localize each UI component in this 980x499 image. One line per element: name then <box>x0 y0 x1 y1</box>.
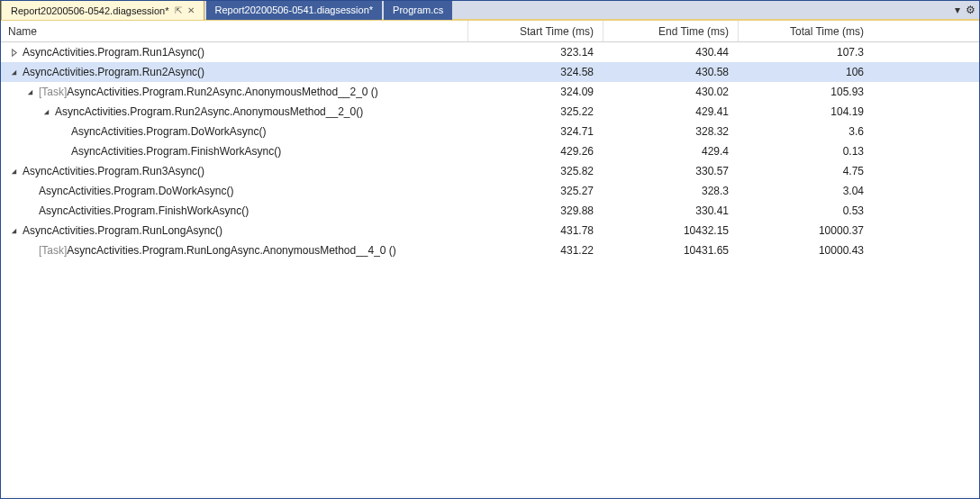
name-cell: AsyncActivities.Program.DoWorkAsync() <box>1 185 467 197</box>
header-start[interactable]: Start Time (ms) <box>467 21 603 41</box>
expander-none <box>24 186 35 196</box>
name-cell: [Task] AsyncActivities.Program.RunLongAs… <box>1 244 467 257</box>
name-cell: AsyncActivities.Program.FinishWorkAsync(… <box>1 204 467 217</box>
cell-end: 328.32 <box>603 125 738 138</box>
cell-start: 323.14 <box>467 46 603 59</box>
cell-start: 325.27 <box>467 185 603 197</box>
cell-total: 3.04 <box>738 185 873 197</box>
close-icon[interactable]: ✕ <box>187 5 195 15</box>
table-row[interactable]: AsyncActivities.Program.Run1Async()323.1… <box>1 42 979 62</box>
expander-open-icon[interactable] <box>8 225 19 236</box>
cell-start: 325.22 <box>467 105 603 118</box>
tab-active[interactable]: Report20200506-0542.diagsession* ⇱ ✕ <box>1 0 204 20</box>
cell-start: 431.22 <box>467 244 603 257</box>
cell-end: 330.41 <box>603 204 738 217</box>
header-end[interactable]: End Time (ms) <box>603 21 738 41</box>
row-name: AsyncActivities.Program.RunLongAsync() <box>23 224 222 237</box>
svg-marker-2 <box>27 89 32 94</box>
svg-marker-4 <box>11 168 15 173</box>
cell-start: 324.71 <box>467 125 603 138</box>
table-row[interactable]: [Task] AsyncActivities.Program.RunLongAs… <box>1 240 979 260</box>
row-name: AsyncActivities.Program.Run2Async() <box>23 66 204 78</box>
table-row[interactable]: AsyncActivities.Program.FinishWorkAsync(… <box>1 141 979 161</box>
cell-total: 3.6 <box>738 125 873 138</box>
pin-icon[interactable]: ⇱ <box>175 5 182 15</box>
expander-none <box>24 205 35 216</box>
table-row[interactable]: AsyncActivities.Program.Run3Async()325.8… <box>1 161 979 181</box>
svg-marker-3 <box>43 109 48 113</box>
name-cell: AsyncActivities.Program.RunLongAsync() <box>1 224 467 237</box>
cell-end: 10432.15 <box>603 224 738 237</box>
cell-total: 0.13 <box>738 145 873 158</box>
rows-container: AsyncActivities.Program.Run1Async()323.1… <box>1 42 979 260</box>
row-name: AsyncActivities.Program.Run2Async.Anonym… <box>55 105 363 118</box>
cell-total: 106 <box>738 66 873 78</box>
svg-marker-1 <box>11 69 15 74</box>
titlebar-controls: ▾ ⚙ <box>955 4 975 16</box>
row-name: AsyncActivities.Program.Run2Async.Anonym… <box>67 86 378 98</box>
cell-start: 325.82 <box>467 165 603 177</box>
name-cell: AsyncActivities.Program.Run2Async() <box>1 66 467 78</box>
task-prefix: [Task] <box>39 86 67 98</box>
table-row[interactable]: AsyncActivities.Program.RunLongAsync()43… <box>1 221 979 240</box>
gear-icon[interactable]: ⚙ <box>966 4 975 16</box>
tab-inactive-1[interactable]: Report20200506-0541.diagsession* <box>206 0 383 20</box>
row-name: AsyncActivities.Program.RunLongAsync.Ano… <box>67 244 396 257</box>
task-prefix: [Task] <box>39 244 67 257</box>
cell-start: 431.78 <box>467 224 603 237</box>
tab-bar: Report20200506-0542.diagsession* ⇱ ✕ Rep… <box>1 1 979 21</box>
row-name: AsyncActivities.Program.Run1Async() <box>23 46 204 59</box>
cell-start: 324.58 <box>467 66 603 78</box>
row-name: AsyncActivities.Program.FinishWorkAsync(… <box>39 204 249 217</box>
row-name: AsyncActivities.Program.DoWorkAsync() <box>39 185 234 197</box>
cell-end: 430.02 <box>603 86 738 98</box>
tab-label: Report20200506-0541.diagsession* <box>215 5 374 15</box>
cell-start: 324.09 <box>467 86 603 98</box>
tab-inactive-2[interactable]: Program.cs <box>384 0 452 20</box>
cell-end: 328.3 <box>603 185 738 197</box>
cell-end: 430.58 <box>603 66 738 78</box>
header-total[interactable]: Total Time (ms) <box>738 21 873 41</box>
row-name: AsyncActivities.Program.FinishWorkAsync(… <box>71 145 281 158</box>
name-cell: AsyncActivities.Program.Run3Async() <box>1 165 467 177</box>
cell-total: 104.19 <box>738 105 873 118</box>
name-cell: AsyncActivities.Program.FinishWorkAsync(… <box>1 145 467 158</box>
name-cell: AsyncActivities.Program.DoWorkAsync() <box>1 125 467 138</box>
row-name: AsyncActivities.Program.Run3Async() <box>23 165 204 177</box>
row-name: AsyncActivities.Program.DoWorkAsync() <box>71 125 267 138</box>
cell-total: 10000.37 <box>738 224 873 237</box>
table-row[interactable]: AsyncActivities.Program.DoWorkAsync()324… <box>1 122 979 141</box>
cell-total: 4.75 <box>738 165 873 177</box>
expander-open-icon[interactable] <box>8 166 19 177</box>
table-row[interactable]: [Task] AsyncActivities.Program.Run2Async… <box>1 82 979 102</box>
table-row[interactable]: AsyncActivities.Program.DoWorkAsync()325… <box>1 181 979 201</box>
header-name[interactable]: Name <box>1 25 467 38</box>
cell-total: 107.3 <box>738 46 873 59</box>
cell-start: 429.26 <box>467 145 603 158</box>
cell-total: 0.53 <box>738 204 873 217</box>
table-row[interactable]: AsyncActivities.Program.Run2Async()324.5… <box>1 62 979 82</box>
tab-label: Report20200506-0542.diagsession* <box>11 5 169 16</box>
tab-label: Program.cs <box>393 5 443 15</box>
cell-end: 429.41 <box>603 105 738 118</box>
table-row[interactable]: AsyncActivities.Program.Run2Async.Anonym… <box>1 102 979 122</box>
expander-none <box>24 245 35 256</box>
expander-open-icon[interactable] <box>8 67 19 77</box>
table-row[interactable]: AsyncActivities.Program.FinishWorkAsync(… <box>1 201 979 221</box>
dropdown-icon[interactable]: ▾ <box>955 4 960 16</box>
expander-closed-icon[interactable] <box>8 47 19 58</box>
cell-total: 105.93 <box>738 86 873 98</box>
column-headers: Name Start Time (ms) End Time (ms) Total… <box>1 21 979 42</box>
cell-end: 429.4 <box>603 145 738 158</box>
expander-open-icon[interactable] <box>41 106 51 117</box>
cell-start: 329.88 <box>467 204 603 217</box>
cell-end: 10431.65 <box>603 244 738 257</box>
svg-marker-5 <box>11 228 15 232</box>
svg-marker-0 <box>12 49 16 55</box>
expander-none <box>57 146 68 157</box>
cell-total: 10000.43 <box>738 244 873 257</box>
cell-end: 330.57 <box>603 165 738 177</box>
expander-open-icon[interactable] <box>24 86 35 97</box>
report-content: Name Start Time (ms) End Time (ms) Total… <box>1 21 979 496</box>
expander-none <box>57 126 68 137</box>
